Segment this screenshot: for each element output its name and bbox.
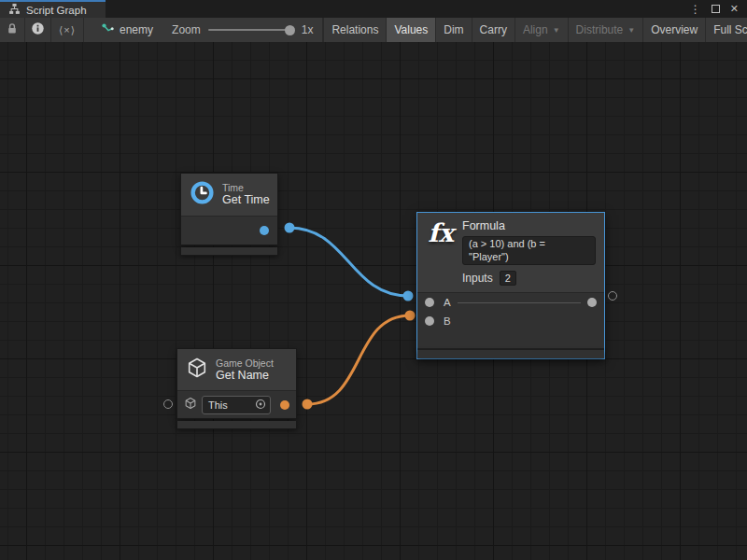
lock-button[interactable] <box>0 18 25 42</box>
window-menu-icon[interactable]: ⋮ <box>690 4 701 15</box>
node-footer <box>176 421 297 429</box>
align-button[interactable]: Align ▼ <box>514 18 568 42</box>
clock-icon <box>190 180 215 209</box>
get-name-output-port[interactable] <box>280 400 289 410</box>
distribute-button[interactable]: Distribute ▼ <box>568 18 643 42</box>
relations-button[interactable]: Relations <box>323 18 386 42</box>
formula-output-port[interactable] <box>587 298 597 307</box>
lock-icon <box>6 22 19 38</box>
hierarchy-icon <box>8 2 21 19</box>
object-picker-icon[interactable] <box>255 397 266 413</box>
zoom-value: 1x <box>302 23 314 36</box>
node-footer <box>417 350 604 358</box>
get-time-output-port[interactable] <box>260 226 269 235</box>
inputs-label: Inputs <box>462 272 493 285</box>
distribute-caret-icon: ▼ <box>627 26 635 35</box>
dim-button[interactable]: Dim <box>435 18 471 42</box>
align-label: Align <box>523 23 548 36</box>
zoom-control: Zoom 1x <box>162 18 323 42</box>
formula-input-port-a[interactable] <box>425 298 434 307</box>
overview-button[interactable]: Overview <box>642 18 705 42</box>
info-button[interactable] <box>25 18 51 42</box>
expression-line: "Player") <box>469 251 589 264</box>
node-title: Get Time <box>222 193 270 207</box>
script-graph-window: Script Graph ⋮ ✕ ⟨×⟩ enemy <box>0 0 747 560</box>
code-icon: ⟨×⟩ <box>59 24 76 36</box>
get-name-input-hollow-port[interactable] <box>163 399 173 409</box>
small-cube-icon <box>184 397 197 413</box>
formula-output-hollow-port[interactable] <box>608 291 617 301</box>
expression-line: (a > 10) and (b = <box>469 238 589 251</box>
relation-line <box>458 302 581 303</box>
get-time-header: Time Get Time <box>181 174 277 217</box>
tab-bar: Script Graph ⋮ ✕ <box>0 0 747 18</box>
graph-ref-icon <box>101 22 114 38</box>
node-footer <box>180 247 278 256</box>
cube-icon <box>186 356 208 384</box>
formula-input-port-b[interactable] <box>425 316 434 326</box>
formula-header: fx Formula (a > 10) and (b = "Player") I… <box>417 213 604 293</box>
node-formula[interactable]: fx Formula (a > 10) and (b = "Player") I… <box>416 212 605 359</box>
zoom-slider-handle[interactable] <box>285 25 295 35</box>
align-caret-icon: ▼ <box>553 26 560 35</box>
node-category: Time <box>222 182 270 193</box>
fx-icon: fx <box>426 219 456 286</box>
port-row-b: B <box>417 312 604 330</box>
zoom-slider[interactable] <box>208 29 294 31</box>
node-get-name[interactable]: Game Object Get Name This <box>176 348 297 429</box>
tab-script-graph[interactable]: Script Graph <box>0 0 106 18</box>
fullscreen-button[interactable]: Full Screen <box>705 18 747 42</box>
values-button[interactable]: Values <box>386 18 435 42</box>
get-name-header: Game Object Get Name <box>177 349 296 391</box>
toolbar-buttons: Relations Values Dim Carry Align ▼ Distr… <box>323 18 747 42</box>
graph-breadcrumb[interactable]: enemy <box>84 18 162 42</box>
node-get-time[interactable]: Time Get Time <box>180 173 278 256</box>
close-icon[interactable]: ✕ <box>730 4 739 14</box>
inputs-count-field[interactable]: 2 <box>500 271 516 286</box>
code-preview-button[interactable]: ⟨×⟩ <box>51 18 84 42</box>
carry-button[interactable]: Carry <box>472 18 514 42</box>
graph-toolbar: ⟨×⟩ enemy Zoom 1x Relations Values Dim C… <box>0 18 747 42</box>
window-controls: ⋮ ✕ <box>690 0 747 18</box>
formula-expression-input[interactable]: (a > 10) and (b = "Player") <box>462 236 596 265</box>
info-icon <box>31 21 45 38</box>
graph-canvas[interactable] <box>0 42 747 560</box>
maximize-icon[interactable] <box>712 5 720 13</box>
target-value: This <box>208 399 255 411</box>
target-object-field[interactable]: This <box>202 396 271 414</box>
node-title: Formula <box>462 219 596 232</box>
distribute-label: Distribute <box>576 23 624 36</box>
graph-name: enemy <box>120 23 153 36</box>
port-row-a: A <box>417 293 604 312</box>
zoom-label: Zoom <box>172 23 201 36</box>
tab-title: Script Graph <box>26 5 87 16</box>
port-label: B <box>444 315 451 327</box>
node-title: Get Name <box>216 369 274 383</box>
port-label: A <box>444 297 451 308</box>
node-category: Game Object <box>216 357 274 369</box>
